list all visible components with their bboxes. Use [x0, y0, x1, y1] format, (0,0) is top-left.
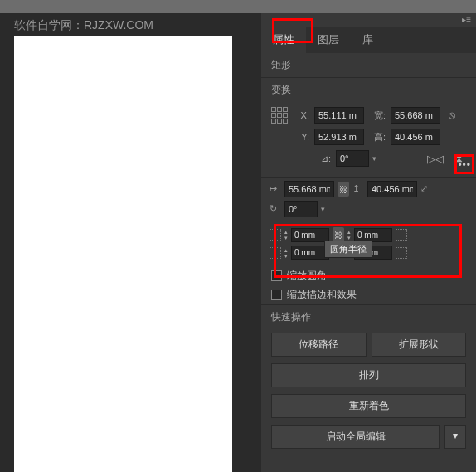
- global-edit-dropdown[interactable]: ▾: [444, 425, 466, 449]
- corner-tr-input[interactable]: [354, 228, 392, 242]
- x-input[interactable]: [314, 107, 364, 124]
- corner-br-icon: [396, 247, 407, 259]
- stepper-icon[interactable]: ▴▾: [284, 247, 288, 259]
- offset-path-button[interactable]: 位移路径: [271, 333, 367, 357]
- transform-title: 变换: [261, 78, 476, 102]
- y-label: Y:: [293, 132, 309, 142]
- corner-bl-icon: [270, 247, 281, 259]
- reference-point-icon[interactable]: [271, 107, 288, 124]
- x-label: X:: [293, 110, 309, 120]
- checkbox-icon[interactable]: [271, 270, 282, 281]
- canvas-area[interactable]: [14, 36, 232, 472]
- quick-actions-title: 快速操作: [261, 305, 476, 329]
- panel-tabs: 属性 图层 库: [261, 27, 476, 53]
- w-label: 宽:: [369, 109, 386, 122]
- h-label: 高:: [369, 131, 386, 144]
- stepper-icon[interactable]: ▴▾: [284, 229, 288, 241]
- arrange-button[interactable]: 排列: [271, 363, 466, 387]
- scale-corners-checkbox[interactable]: 缩放圆角: [261, 266, 476, 285]
- corner-radius-tooltip: 圆角半径: [324, 241, 372, 258]
- corner-tl-input[interactable]: [291, 228, 329, 242]
- height-input[interactable]: [391, 129, 440, 145]
- tab-properties[interactable]: 属性: [261, 27, 306, 53]
- chevron-down-icon[interactable]: ▾: [318, 205, 328, 213]
- corner-tr-icon: [396, 229, 407, 241]
- bounds-section: ↦ ⛓ ↥ ⤢ ↻ ▾: [261, 178, 476, 224]
- stepper-icon[interactable]: ▴▾: [347, 229, 351, 241]
- tab-layers[interactable]: 图层: [306, 27, 351, 53]
- angle-input[interactable]: ▾: [336, 150, 380, 167]
- panel-menu-icon[interactable]: ▸≡: [462, 15, 471, 24]
- corners-section: ▴▾ ⛓ ▴▾ ▴▾ 圆角半径 ▴▾: [261, 224, 476, 266]
- tab-library[interactable]: 库: [351, 27, 385, 53]
- link-icon[interactable]: ⛓: [338, 182, 349, 197]
- checkbox-icon[interactable]: [271, 290, 282, 300]
- no-constrain-icon[interactable]: ⦸: [445, 107, 459, 124]
- transform-section: X: 宽: ⦸ Y: 高: ⊿: ▾ ▷◁ ⧗: [261, 102, 476, 177]
- corner-tl-icon: [270, 229, 281, 241]
- flip-horizontal-icon[interactable]: ▷◁: [424, 151, 447, 167]
- global-edit-button[interactable]: 启动全局编辑: [271, 425, 440, 449]
- rotation-input[interactable]: ▾: [284, 201, 328, 217]
- angle-label: ⊿:: [314, 153, 331, 164]
- rotate-icon: ↻: [270, 203, 281, 215]
- width-input[interactable]: [391, 107, 440, 124]
- width-icon: ↦: [270, 183, 281, 195]
- y-input[interactable]: [314, 129, 364, 145]
- scale-strokes-checkbox[interactable]: 缩放描边和效果: [261, 285, 476, 304]
- chevron-down-icon[interactable]: ▾: [369, 154, 380, 163]
- app-titlebar: [0, 0, 476, 13]
- bounds-width-input[interactable]: [284, 181, 334, 197]
- height-icon: ↥: [352, 183, 364, 195]
- bounds-height-input[interactable]: [367, 181, 417, 197]
- scale-corners-label: 缩放圆角: [287, 269, 327, 283]
- expand-shape-button[interactable]: 扩展形状: [372, 333, 467, 357]
- watermark-text: 软件自学网：RJZXW.COM: [14, 18, 153, 33]
- scale-icon: ⤢: [420, 183, 432, 195]
- shape-type-label: 矩形: [261, 53, 476, 77]
- more-options-icon[interactable]: •••: [458, 159, 471, 171]
- scale-strokes-label: 缩放描边和效果: [287, 288, 357, 302]
- recolor-button[interactable]: 重新着色: [271, 394, 466, 418]
- properties-panel: ▸≡ 属性 图层 库 矩形 变换 X: 宽: ⦸ Y: 高: ⊿: ▾: [261, 13, 476, 472]
